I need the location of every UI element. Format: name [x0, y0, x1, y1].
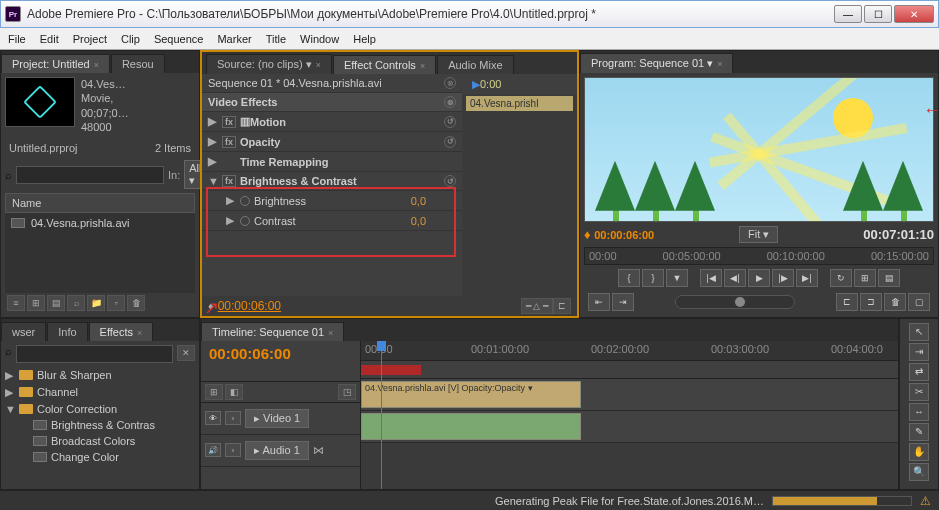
- effects-search-input[interactable]: [16, 345, 173, 363]
- menu-project[interactable]: Project: [73, 33, 107, 45]
- snap-button[interactable]: ⊞: [205, 384, 223, 400]
- track-select-tool[interactable]: ⇥: [909, 343, 929, 361]
- razor-tool[interactable]: ✂: [909, 383, 929, 401]
- program-timecode[interactable]: ♦ 00:00:06:00: [584, 227, 654, 242]
- slip-tool[interactable]: ↔: [909, 403, 929, 421]
- effects-tree-item[interactable]: ▶Blur & Sharpen: [5, 367, 195, 384]
- maximize-button[interactable]: ☐: [864, 5, 892, 23]
- list-view-button[interactable]: ≡: [7, 295, 25, 311]
- icon-view-button[interactable]: ⊞: [27, 295, 45, 311]
- stopwatch-icon[interactable]: [240, 216, 250, 226]
- menu-title[interactable]: Title: [266, 33, 286, 45]
- menu-help[interactable]: Help: [353, 33, 376, 45]
- ripple-tool[interactable]: ⇄: [909, 363, 929, 381]
- ec-time-remapping[interactable]: ▶Time Remapping: [202, 152, 462, 172]
- mark-in-button[interactable]: {: [618, 269, 640, 287]
- menu-file[interactable]: File: [8, 33, 26, 45]
- lift-button[interactable]: ⊏: [836, 293, 858, 311]
- clear-search-button[interactable]: ✕: [177, 345, 195, 361]
- menu-edit[interactable]: Edit: [40, 33, 59, 45]
- lock-icon[interactable]: ▫: [225, 443, 241, 457]
- lock-icon[interactable]: ▫: [225, 411, 241, 425]
- timeline-tracks-area[interactable]: 00:00 00:01:00:00 00:02:00:00 00:03:00:0…: [361, 341, 898, 489]
- automate-button[interactable]: ▤: [47, 295, 65, 311]
- speaker-icon[interactable]: 🔊: [205, 443, 221, 457]
- timeline-ruler[interactable]: 00:00 00:01:00:00 00:02:00:00 00:03:00:0…: [361, 341, 898, 361]
- go-to-out-button[interactable]: ▶|: [796, 269, 818, 287]
- new-bin-button[interactable]: 📁: [87, 295, 105, 311]
- project-item[interactable]: 04.Vesna.prishla.avi: [5, 213, 195, 233]
- track-name-audio[interactable]: ▸ Audio 1: [245, 441, 309, 460]
- prev-edit-button[interactable]: ⇤: [588, 293, 610, 311]
- effects-tree-item[interactable]: ▶Channel: [5, 384, 195, 401]
- ec-opacity[interactable]: ▶fxOpacity ↺: [202, 132, 462, 152]
- trash-button[interactable]: 🗑: [884, 293, 906, 311]
- export-frame-button[interactable]: ▢: [908, 293, 930, 311]
- tab-audio-mixer[interactable]: Audio Mixe: [437, 55, 513, 74]
- step-fwd-button[interactable]: |▶: [772, 269, 794, 287]
- eye-icon[interactable]: 👁: [205, 411, 221, 425]
- mark-out-button[interactable]: }: [642, 269, 664, 287]
- zoom-slider-icon[interactable]: ━ △ ━: [521, 298, 553, 314]
- marker-button[interactable]: ◧: [225, 384, 243, 400]
- timeline-work-area[interactable]: [361, 361, 898, 379]
- playhead[interactable]: [381, 341, 382, 489]
- search-icon[interactable]: ⌕: [5, 345, 12, 363]
- find-button[interactable]: ⌕: [67, 295, 85, 311]
- tab-source[interactable]: Source: (no clips) ▾×: [206, 54, 332, 74]
- ec-tool-button[interactable]: ⊏: [553, 298, 571, 314]
- output-button[interactable]: ▤: [878, 269, 900, 287]
- tab-effects[interactable]: Effects×: [89, 322, 154, 341]
- step-back-button[interactable]: ◀|: [724, 269, 746, 287]
- video-track[interactable]: 04.Vesna.prishla.avi [V] Opacity:Opacity…: [361, 379, 898, 411]
- ec-contrast-param[interactable]: ▶ Contrast 0,0: [202, 211, 462, 231]
- program-time-ruler[interactable]: 00:00 00:05:00:00 00:10:00:00 00:15:00:0…: [584, 247, 934, 265]
- video-track-header[interactable]: 👁 ▫ ▸ Video 1: [201, 403, 360, 435]
- ec-motion[interactable]: ▶fx▥ Motion ↺: [202, 112, 462, 132]
- effects-tree-item[interactable]: Brightness & Contras: [5, 417, 195, 433]
- menu-sequence[interactable]: Sequence: [154, 33, 204, 45]
- close-button[interactable]: ✕: [894, 5, 934, 23]
- safe-margins-button[interactable]: ⊞: [854, 269, 876, 287]
- tab-program[interactable]: Program: Sequence 01 ▾×: [580, 53, 733, 73]
- tab-effect-controls[interactable]: Effect Controls×: [333, 55, 436, 74]
- reset-icon[interactable]: ↺: [444, 136, 456, 148]
- toggle-icon[interactable]: ⊗: [444, 96, 456, 108]
- set-marker-button[interactable]: ▼: [666, 269, 688, 287]
- menu-window[interactable]: Window: [300, 33, 339, 45]
- contrast-value[interactable]: 0,0: [411, 215, 426, 227]
- audio-clip[interactable]: [361, 413, 581, 440]
- warning-icon[interactable]: ⚠: [920, 494, 931, 508]
- new-item-button[interactable]: ▫: [107, 295, 125, 311]
- zoom-fit-select[interactable]: Fit ▾: [739, 226, 778, 243]
- menu-clip[interactable]: Clip: [121, 33, 140, 45]
- video-clip[interactable]: 04.Vesna.prishla.avi [V] Opacity:Opacity…: [361, 381, 581, 408]
- ec-timecode[interactable]: 00:00:06:00: [218, 299, 281, 313]
- ec-brightness-param[interactable]: ▶ Brightness 0,0: [202, 191, 462, 211]
- timeline-timecode[interactable]: 00:00:06:00: [209, 345, 352, 362]
- audio-track-header[interactable]: 🔊 ▫ ▸ Audio 1 ⋈: [201, 435, 360, 467]
- hand-tool[interactable]: ✋: [909, 443, 929, 461]
- show-hide-icon[interactable]: ⊗: [444, 77, 456, 89]
- ec-brightness-contrast[interactable]: ▼fxBrightness & Contrast ↺: [202, 172, 462, 191]
- reset-icon[interactable]: ↺: [444, 175, 456, 187]
- effects-tree-item[interactable]: ▼Color Correction: [5, 401, 195, 417]
- search-icon[interactable]: ⌕: [5, 169, 12, 181]
- reset-icon[interactable]: ↺: [444, 116, 456, 128]
- tab-info[interactable]: Info: [47, 322, 87, 341]
- project-search-input[interactable]: [16, 166, 164, 184]
- menu-marker[interactable]: Marker: [217, 33, 251, 45]
- stopwatch-icon[interactable]: [240, 196, 250, 206]
- tab-wser[interactable]: wser: [1, 322, 46, 341]
- audio-track[interactable]: [361, 411, 898, 443]
- tab-project[interactable]: Project: Untitled×: [1, 54, 110, 73]
- loop-button[interactable]: ↻: [830, 269, 852, 287]
- delete-button[interactable]: 🗑: [127, 295, 145, 311]
- extract-button[interactable]: ⊐: [860, 293, 882, 311]
- play-button[interactable]: ▶: [748, 269, 770, 287]
- track-name-video[interactable]: ▸ Video 1: [245, 409, 309, 428]
- pen-tool[interactable]: ✎: [909, 423, 929, 441]
- go-to-in-button[interactable]: |◀: [700, 269, 722, 287]
- effects-tree-item[interactable]: Broadcast Colors: [5, 433, 195, 449]
- tab-timeline[interactable]: Timeline: Sequence 01×: [201, 322, 344, 341]
